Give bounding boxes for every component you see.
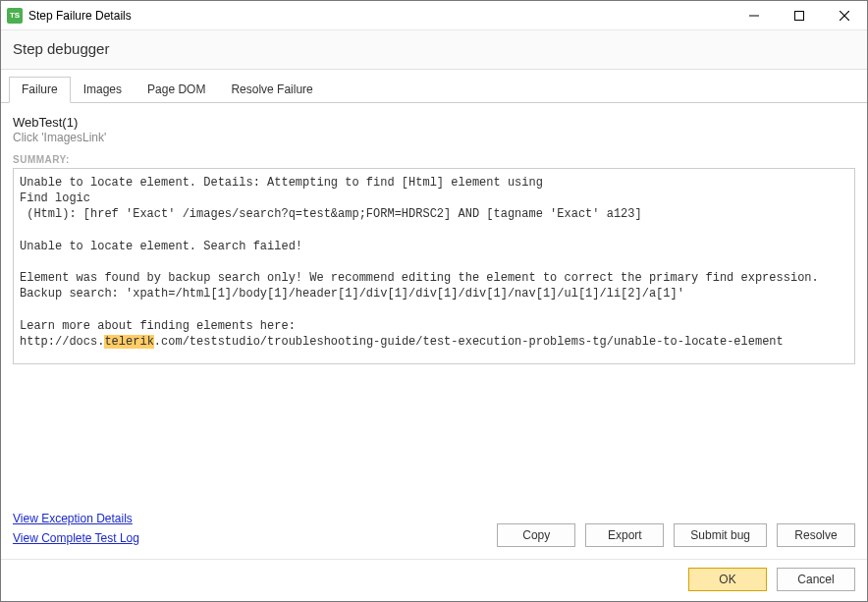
links-block: View Exception Details View Complete Tes… [13, 512, 139, 551]
step-description: Click 'ImagesLink' [13, 131, 855, 144]
summary-label: SUMMARY: [13, 154, 855, 165]
window-title: Step Failure Details [28, 9, 132, 23]
view-log-link[interactable]: View Complete Test Log [13, 531, 139, 545]
spacer [13, 364, 855, 512]
tab-failure[interactable]: Failure [9, 77, 71, 103]
close-button[interactable] [822, 1, 867, 30]
summary-pre2: .com/teststudio/troubleshooting-guide/te… [154, 335, 784, 349]
tab-page-dom[interactable]: Page DOM [135, 77, 218, 103]
cancel-button[interactable]: Cancel [777, 568, 855, 591]
link-actions-row: View Exception Details View Complete Tes… [13, 512, 855, 551]
maximize-button[interactable] [777, 1, 822, 30]
tab-images[interactable]: Images [71, 77, 135, 103]
test-name: WebTest(1) [13, 115, 855, 130]
copy-button[interactable]: Copy [497, 523, 575, 547]
summary-textbox[interactable]: Unable to locate element. Details: Attem… [13, 168, 855, 364]
content-area: WebTest(1) Click 'ImagesLink' SUMMARY: U… [1, 103, 867, 559]
export-button[interactable]: Export [585, 523, 664, 547]
tabs: Failure Images Page DOM Resolve Failure [1, 70, 867, 103]
summary-highlight: telerik [104, 335, 153, 349]
bottom-bar: OK Cancel [1, 559, 867, 601]
action-buttons: Copy Export Submit bug Resolve [497, 523, 855, 551]
tab-resolve-failure[interactable]: Resolve Failure [218, 77, 325, 103]
svg-rect-1 [795, 11, 804, 20]
ok-button[interactable]: OK [688, 568, 767, 591]
summary-pre1: Unable to locate element. Details: Attem… [20, 176, 819, 349]
titlebar: TS Step Failure Details [1, 1, 867, 30]
submit-bug-button[interactable]: Submit bug [674, 523, 767, 547]
resolve-button[interactable]: Resolve [777, 523, 855, 547]
view-exception-link[interactable]: View Exception Details [13, 512, 133, 525]
window-controls [732, 1, 867, 30]
app-icon: TS [7, 8, 23, 24]
minimize-button[interactable] [732, 1, 777, 30]
page-subtitle: Step debugger [1, 30, 867, 70]
